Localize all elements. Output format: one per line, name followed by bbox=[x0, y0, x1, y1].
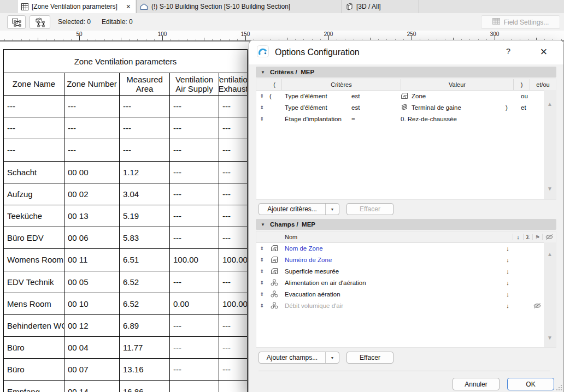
field-label[interactable]: Débit volumique d'air bbox=[281, 302, 503, 309]
schedule-cell[interactable]: 3.04 bbox=[120, 183, 170, 205]
criterion-operator[interactable]: = bbox=[351, 116, 401, 122]
schedule-cell[interactable]: 00 02 bbox=[64, 183, 120, 205]
schedule-cell[interactable]: --- bbox=[219, 205, 247, 227]
schedule-cell[interactable]: 00 04 bbox=[64, 337, 120, 358]
schedule-cell[interactable]: --- bbox=[170, 205, 219, 227]
schedule-cell[interactable]: 00 07 bbox=[64, 359, 120, 380]
schedule-cell[interactable]: 100.00 bbox=[219, 249, 247, 270]
schedule-cell[interactable]: 11.77 bbox=[120, 337, 170, 358]
schedule-cell[interactable]: --- bbox=[219, 227, 247, 248]
schedule-cell[interactable]: --- bbox=[219, 96, 247, 117]
flag-icon[interactable]: ⚑ bbox=[532, 234, 542, 240]
schedule-cell[interactable]: 1.12 bbox=[120, 162, 170, 183]
schedule-cell[interactable]: --- bbox=[4, 96, 64, 117]
field-row[interactable]: ⇕Superficie mesurée↓ bbox=[256, 265, 544, 277]
row-handle-icon[interactable]: ⇕ bbox=[256, 93, 267, 99]
logic-operator[interactable]: et bbox=[518, 104, 544, 111]
schedule-cell[interactable]: 0.00 bbox=[170, 293, 219, 314]
schedule-cell[interactable]: --- bbox=[219, 162, 247, 183]
sort-down-icon[interactable]: ↓ bbox=[503, 302, 513, 309]
add-criteria-button[interactable]: Ajouter critères... ▼ bbox=[258, 203, 339, 215]
row-handle-icon[interactable]: ⇕ bbox=[256, 269, 267, 274]
field-row[interactable]: ⇕Alimentation en air d'aération↓ bbox=[256, 277, 544, 288]
scroll-down-icon[interactable]: ▼ bbox=[544, 335, 556, 341]
criterion-value[interactable]: Zone bbox=[401, 92, 501, 99]
criteria-row[interactable]: ⇕Type d'élémentestTerminal de gaine)et bbox=[256, 102, 544, 113]
schedule-cell[interactable]: 00 06 bbox=[64, 227, 120, 248]
dropdown-caret-icon[interactable]: ▼ bbox=[325, 204, 339, 215]
criteria-row[interactable]: ⇕(Type d'élémentestZoneou bbox=[256, 90, 544, 102]
tab-3d-all[interactable]: [3D / All] bbox=[343, 0, 419, 13]
scroll-up-icon[interactable]: ▲ bbox=[544, 101, 556, 107]
schedule-cell[interactable]: --- bbox=[64, 139, 120, 161]
criterion-value[interactable]: 0. Rez-de-chaussée bbox=[401, 116, 501, 122]
field-settings-button[interactable]: Field Settings... bbox=[481, 15, 560, 29]
resize-grip[interactable] bbox=[556, 384, 562, 390]
marquee-select-icon[interactable] bbox=[7, 15, 26, 29]
schedule-cell[interactable]: 6.51 bbox=[120, 249, 170, 270]
field-row[interactable]: ⇕Numéro de Zone↓ bbox=[256, 254, 544, 265]
schedule-cell[interactable]: --- bbox=[170, 96, 219, 117]
sort-down-icon[interactable]: ↓ bbox=[503, 280, 513, 286]
sort-down-icon[interactable]: ↓ bbox=[513, 234, 523, 240]
schedule-cell[interactable]: --- bbox=[120, 96, 170, 117]
schedule-cell[interactable]: 100.00 bbox=[219, 293, 247, 314]
field-label[interactable]: Numéro de Zone bbox=[281, 257, 503, 263]
tab-building-section[interactable]: (!) S-10 Building Section [S-10 Building… bbox=[136, 0, 342, 13]
field-label[interactable]: Nom de Zone bbox=[281, 245, 503, 252]
sort-down-icon[interactable]: ↓ bbox=[503, 268, 513, 275]
sort-down-icon[interactable]: ↓ bbox=[503, 257, 513, 263]
schedule-cell[interactable]: --- bbox=[4, 117, 64, 139]
cancel-button[interactable]: Annuler bbox=[453, 378, 500, 390]
close-icon[interactable]: × bbox=[537, 44, 551, 60]
schedule-cell[interactable]: --- bbox=[64, 117, 120, 139]
schedule-cell[interactable]: 6.52 bbox=[120, 293, 170, 314]
schedule-cell[interactable]: --- bbox=[219, 139, 247, 161]
sort-down-icon[interactable]: ↓ bbox=[503, 291, 513, 298]
schedule-cell[interactable]: 6.89 bbox=[120, 315, 170, 336]
schedule-cell[interactable]: Behinderten WC bbox=[4, 315, 64, 336]
schedule-cell[interactable]: --- bbox=[219, 359, 247, 380]
schedule-cell[interactable]: 00 11 bbox=[64, 249, 120, 270]
criterion-name[interactable]: Type d'élément bbox=[281, 93, 351, 99]
schedule-cell[interactable]: --- bbox=[170, 183, 219, 205]
schedule-cell[interactable]: 16.86 bbox=[120, 381, 170, 392]
schedule-cell[interactable]: 00 00 bbox=[64, 162, 120, 183]
schedule-cell[interactable]: --- bbox=[219, 183, 247, 205]
field-row[interactable]: ⇕Evacuation aération↓ bbox=[256, 288, 544, 300]
field-label[interactable]: Superficie mesurée bbox=[281, 268, 503, 275]
schedule-cell[interactable]: 00 10 bbox=[64, 293, 120, 314]
schedule-cell[interactable]: --- bbox=[170, 271, 219, 293]
help-button[interactable]: ? bbox=[503, 46, 514, 56]
schedule-cell[interactable]: Büro bbox=[4, 337, 64, 358]
criteria-section-header[interactable]: ▼ Critères / MEP bbox=[256, 67, 556, 78]
schedule-cell[interactable]: Büro EDV bbox=[4, 227, 64, 248]
schedule-cell[interactable]: 5.83 bbox=[120, 227, 170, 248]
add-fields-button[interactable]: Ajouter champs... ▼ bbox=[258, 352, 339, 364]
schedule-cell[interactable]: --- bbox=[120, 139, 170, 161]
schedule-cell[interactable]: --- bbox=[219, 271, 247, 293]
criterion-operator[interactable]: est bbox=[351, 93, 401, 99]
eye-hidden-icon[interactable] bbox=[542, 234, 556, 240]
schedule-cell[interactable]: --- bbox=[170, 337, 219, 358]
schedule-cell[interactable]: --- bbox=[64, 96, 120, 117]
schedule-cell[interactable]: --- bbox=[170, 139, 219, 161]
schedule-cell[interactable]: Schacht bbox=[4, 162, 64, 183]
schedule-cell[interactable]: 100.00 bbox=[170, 249, 219, 270]
scroll-down-icon[interactable]: ▼ bbox=[544, 186, 556, 192]
tab-zone-ventilation-parameters[interactable]: [Zone Ventilation parameters] × bbox=[18, 0, 136, 13]
criteria-row[interactable]: ⇕Étage d'implantation=0. Rez-de-chaussée bbox=[256, 113, 544, 124]
row-handle-icon[interactable]: ⇕ bbox=[256, 280, 267, 286]
schedule-cell[interactable]: 00 14 bbox=[64, 381, 120, 392]
schedule-cell[interactable]: --- bbox=[170, 381, 219, 392]
marquee-3d-select-icon[interactable] bbox=[30, 15, 50, 29]
schedule-cell[interactable]: --- bbox=[219, 117, 247, 139]
schedule-cell[interactable]: Mens Room bbox=[4, 293, 64, 314]
schedule-cell[interactable]: --- bbox=[219, 381, 247, 392]
schedule-cell[interactable]: EDV Technik bbox=[4, 271, 64, 293]
row-handle-icon[interactable]: ⇕ bbox=[256, 105, 267, 110]
sum-icon[interactable]: Σ bbox=[523, 234, 532, 240]
row-handle-icon[interactable]: ⇕ bbox=[256, 303, 267, 308]
schedule-cell[interactable]: 5.19 bbox=[120, 205, 170, 227]
criterion-name[interactable]: Étage d'implantation bbox=[281, 116, 351, 122]
